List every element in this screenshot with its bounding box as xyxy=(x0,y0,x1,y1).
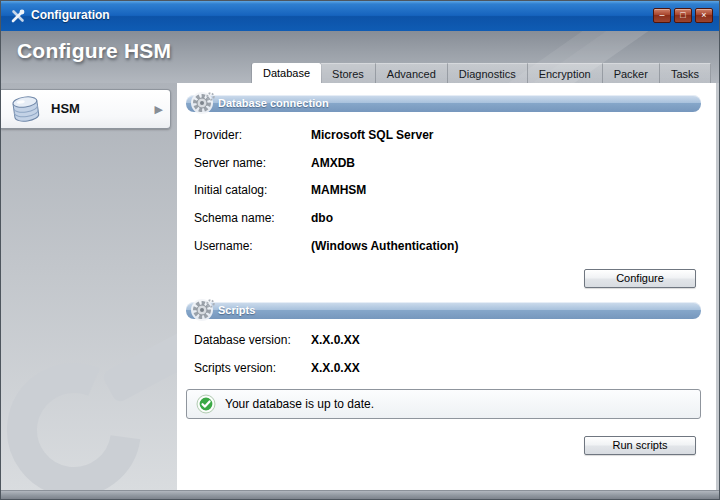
initial-catalog-label: Initial catalog: xyxy=(194,183,267,197)
configure-button[interactable]: Configure xyxy=(584,269,696,288)
database-server-icon xyxy=(8,93,44,127)
username-label: Username: xyxy=(194,239,253,253)
provider-value: Microsoft SQL Server xyxy=(311,128,433,142)
tab-diagnostics[interactable]: Diagnostics xyxy=(448,63,528,83)
username-value: (Windows Authentication) xyxy=(311,239,458,253)
window-frame-right xyxy=(716,83,719,492)
section-header-database-connection: Database connection xyxy=(186,95,701,112)
tab-bar: Database Stores Advanced Diagnostics Enc… xyxy=(252,63,711,83)
tab-advanced[interactable]: Advanced xyxy=(376,63,448,83)
chevron-right-icon: ▶ xyxy=(155,90,163,128)
tab-tasks[interactable]: Tasks xyxy=(660,63,711,83)
scripts-version-label: Scripts version: xyxy=(194,361,276,375)
page-title: Configure HSM xyxy=(17,39,171,63)
server-name-value: AMXDB xyxy=(311,156,355,170)
schema-name-value: dbo xyxy=(311,211,333,225)
check-circle-icon xyxy=(196,394,216,414)
server-name-label: Server name: xyxy=(194,156,266,170)
close-button[interactable]: × xyxy=(695,8,713,23)
gear-icon xyxy=(189,297,215,323)
sidebar-item-label: HSM xyxy=(51,90,80,128)
wrench-watermark-icon xyxy=(1,320,177,492)
scripts-version-value: X.X.0.XX xyxy=(311,361,360,375)
database-version-label: Database version: xyxy=(194,333,291,347)
section-header-scripts: Scripts xyxy=(186,302,701,319)
window-title: Configuration xyxy=(31,1,110,30)
gear-icon xyxy=(189,90,215,116)
schema-name-label: Schema name: xyxy=(194,211,275,225)
tab-database[interactable]: Database xyxy=(252,63,321,83)
status-box: Your database is up to date. xyxy=(186,389,701,419)
status-message: Your database is up to date. xyxy=(225,390,374,418)
section-title: Database connection xyxy=(218,95,701,112)
sidebar-item-hsm[interactable]: HSM ▶ xyxy=(1,89,171,129)
database-version-value: X.X.0.XX xyxy=(311,333,360,347)
sidebar: HSM ▶ xyxy=(1,83,177,492)
configuration-window: Configuration – □ × Configure HSM Databa… xyxy=(0,0,720,500)
tab-packer[interactable]: Packer xyxy=(603,63,660,83)
titlebar: Configuration – □ × xyxy=(1,1,719,31)
maximize-button[interactable]: □ xyxy=(674,8,692,23)
tab-encryption[interactable]: Encryption xyxy=(528,63,603,83)
section-title: Scripts xyxy=(218,302,701,319)
initial-catalog-value: MAMHSM xyxy=(311,183,366,197)
minimize-button[interactable]: – xyxy=(653,8,671,23)
tab-stores[interactable]: Stores xyxy=(321,63,376,83)
window-controls: – □ × xyxy=(653,8,713,23)
provider-label: Provider: xyxy=(194,128,242,142)
tools-icon xyxy=(10,8,26,24)
main-panel: Database connection Provider: Microsoft … xyxy=(177,83,716,492)
header-band: Configure HSM Database Stores Advanced D… xyxy=(1,31,719,83)
window-frame-bottom xyxy=(1,490,719,499)
run-scripts-button[interactable]: Run scripts xyxy=(584,436,696,455)
